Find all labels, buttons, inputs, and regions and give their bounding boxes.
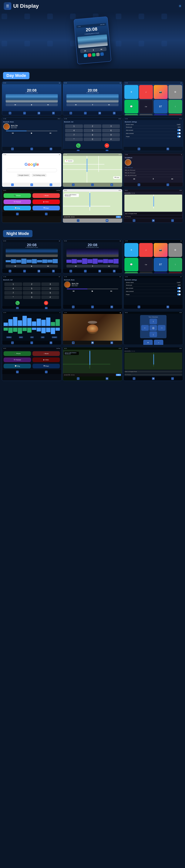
dial-2[interactable]: 2 bbox=[84, 124, 101, 128]
night-bt-next-btn[interactable]: ⏭ bbox=[110, 290, 112, 292]
night-dial-2[interactable]: 2 bbox=[23, 282, 41, 286]
night-go-button[interactable]: GO bbox=[116, 374, 121, 376]
auto-answer-toggle[interactable] bbox=[177, 129, 181, 131]
dial-3[interactable]: 3 bbox=[102, 124, 120, 128]
settings-app-icon[interactable]: ⚙ bbox=[168, 85, 182, 99]
day-google-screen[interactable]: 17:48●● Google Google Search I'm Feeling… bbox=[2, 153, 61, 187]
local-music-item-1[interactable]: 华乐_0392.mp3 bbox=[125, 166, 182, 169]
camera-capture-icon[interactable]: ⚫ bbox=[72, 341, 75, 344]
night-nav-screen-1[interactable]: 18:03GPS Sunny Coffee Modern Restaurant … bbox=[63, 347, 122, 381]
photo-app-icon[interactable]: 📷 bbox=[154, 85, 168, 99]
local-next-btn[interactable]: ⏭ bbox=[171, 178, 173, 180]
bt-play-btn[interactable]: ▶ bbox=[31, 132, 32, 134]
day-map-screen[interactable]: 17:48GPS 📍 Current 🏁 Dest + - ◎ bbox=[63, 153, 122, 187]
nav-zoom-in-btn[interactable]: + bbox=[143, 340, 153, 345]
day-nav-screen-2[interactable]: 18:03GPS 10:19 ETA 9.0 mi Start on Dongj… bbox=[124, 189, 183, 223]
night-music-screen-1[interactable]: 20:08●● 20:08 A relaxing piece of music bbox=[2, 240, 61, 273]
go-button[interactable]: GO bbox=[116, 216, 121, 218]
power-toggle[interactable] bbox=[177, 135, 181, 137]
night-carplay-phone-btn[interactable]: 📞 Phone bbox=[4, 351, 31, 356]
eq-preset-5[interactable]: CLASSIC bbox=[52, 336, 57, 338]
eq-preset-2[interactable]: ROCK bbox=[19, 336, 23, 338]
google-feeling-lucky-btn[interactable]: I'm Feeling Lucky bbox=[32, 174, 47, 177]
eq-preset-1[interactable]: NORMAL bbox=[6, 336, 12, 338]
nav-zoom-out-btn[interactable]: - bbox=[154, 340, 163, 345]
dial-9[interactable]: 9 bbox=[102, 133, 120, 137]
night-dial-7[interactable]: 7 bbox=[4, 291, 22, 295]
night-settings-icon[interactable]: ⚙ bbox=[168, 243, 182, 257]
night-dial-6[interactable]: 6 bbox=[41, 287, 59, 290]
misc-app-icon-2[interactable]: ☁ bbox=[154, 114, 168, 115]
night-phone-icon[interactable]: 📞 bbox=[125, 272, 138, 273]
night-app-grid-screen[interactable]: 17:48●● ✈ ♪ 📷 ⚙ 💬 Car BT ↑ 📞 ▶ ☁ ▷ ☎ ★ ♫… bbox=[124, 240, 183, 273]
dial-5[interactable]: 5 bbox=[84, 129, 101, 132]
night-carplay-messages-btn[interactable]: 💬 Msg bbox=[4, 364, 31, 368]
day-music-screen-2[interactable]: 20:08●● 20:08 A relaxing piece of music … bbox=[63, 82, 122, 115]
bt-prev-btn[interactable]: ⏮ bbox=[12, 132, 14, 134]
local-prev-btn[interactable]: ⏮ bbox=[133, 178, 135, 180]
night-telegram-icon[interactable]: ✈ bbox=[125, 243, 138, 257]
map-zoom-in[interactable]: + bbox=[72, 183, 75, 186]
nav-up-btn[interactable]: ↑ bbox=[150, 319, 157, 324]
night-carplay-maps-btn[interactable]: 🗺 Maps bbox=[32, 364, 60, 368]
night-power-toggle[interactable] bbox=[177, 293, 181, 296]
carplay-messages-btn[interactable]: 💬 Msg bbox=[4, 206, 31, 210]
day-nav-screen-1[interactable]: 18:03GPS Sunny Coffee Modern Restaurant … bbox=[63, 189, 122, 223]
day-bluetooth-settings-screen[interactable]: 17:48BT ● Bluetooth_Settings Device name… bbox=[124, 117, 183, 151]
carplay-phone-btn[interactable]: 📞 Phone bbox=[4, 193, 31, 198]
eq-preset-3[interactable]: POP bbox=[30, 336, 34, 338]
night-carplay-video-btn[interactable]: ▶ Video bbox=[32, 358, 60, 362]
local-music-item-3[interactable]: 华乐_99_TITLE.mp3 bbox=[125, 172, 182, 175]
carplay-app-icon[interactable]: Car bbox=[139, 100, 153, 114]
nav-right-btn[interactable]: → bbox=[158, 325, 165, 331]
map-zoom-out[interactable]: - bbox=[91, 183, 94, 186]
local-music-item-4[interactable]: 华乐_ZW_9TITLE.mp3 bbox=[125, 175, 182, 177]
night-nav-arrows-screen[interactable]: 18:03GPS Turn Direction ↑ ← ◎ → ↓ bbox=[124, 311, 183, 345]
night-dial-hash[interactable]: # bbox=[41, 296, 59, 299]
end-call-btn[interactable]: ✕ bbox=[105, 143, 109, 148]
nav-left-btn[interactable]: ← bbox=[141, 325, 149, 331]
night-music-icon[interactable]: ♪ bbox=[139, 243, 153, 257]
local-music-item-2[interactable]: 华乐_35_TITLE.mp3 bbox=[125, 169, 182, 172]
dial-6[interactable]: 6 bbox=[102, 129, 120, 132]
night-dial-3[interactable]: 3 bbox=[41, 282, 59, 286]
night-bt-settings-screen[interactable]: 17:48BT Bluetooth_Settings Device name C… bbox=[124, 275, 183, 309]
misc-app-icon-1[interactable]: ▶ bbox=[139, 114, 153, 115]
eq-preset-4[interactable]: JAZZ bbox=[41, 336, 45, 338]
night-carplay-icon[interactable]: Car bbox=[139, 258, 153, 272]
phone-app-icon[interactable]: 📞 bbox=[125, 114, 138, 115]
night-navi-icon[interactable]: ↑ bbox=[168, 258, 182, 272]
telegram-app-icon[interactable]: ✈ bbox=[125, 85, 138, 99]
navigation-app-icon[interactable]: ↑ bbox=[168, 100, 182, 114]
carplay-maps-btn[interactable]: 🗺 Maps bbox=[32, 206, 60, 210]
dial-0[interactable]: 0 bbox=[84, 137, 101, 141]
camera-gallery-icon[interactable]: 🖼 bbox=[110, 341, 113, 344]
night-dial-8[interactable]: 8 bbox=[23, 291, 41, 295]
night-call-btn[interactable]: 📞 bbox=[16, 301, 20, 305]
dial-hash[interactable]: # bbox=[102, 137, 120, 141]
night-wechat-icon[interactable]: 💬 bbox=[125, 258, 138, 272]
night-auto-answer-toggle[interactable] bbox=[177, 287, 181, 289]
night-equalizer-screen[interactable]: 11:54● bbox=[2, 311, 61, 345]
night-carplay-music-btn[interactable]: ♪ Music bbox=[32, 351, 60, 356]
night-dial-star[interactable]: * bbox=[4, 296, 22, 299]
day-music-screen-1[interactable]: 20:08●● 20:08 A relaxing piece of music … bbox=[2, 82, 61, 115]
wechat-app-icon[interactable]: 💬 bbox=[125, 100, 138, 114]
night-auto-connect-toggle[interactable] bbox=[177, 290, 181, 292]
auto-connect-toggle[interactable] bbox=[177, 132, 181, 134]
hamburger-icon[interactable]: ≡ bbox=[179, 4, 181, 8]
map-recenter[interactable]: ◎ bbox=[110, 183, 113, 186]
dial-7[interactable]: 7 bbox=[65, 133, 83, 137]
night-food-photo-screen[interactable]: 11:54📷 ⚫ 🔄 🖼 bbox=[63, 311, 122, 345]
night-carplay-screen[interactable]: 18:44CarPlay 📞 Phone ♪ Music 🎙 Podcast ▶… bbox=[2, 347, 61, 381]
dial-star[interactable]: * bbox=[65, 137, 83, 141]
camera-flip-icon[interactable]: 🔄 bbox=[91, 341, 94, 344]
night-end-call-btn[interactable]: ✕ bbox=[44, 301, 48, 305]
carplay-netflix-btn[interactable]: ▶ Video bbox=[32, 199, 60, 204]
dial-4[interactable]: 4 bbox=[65, 129, 83, 132]
nav-down-btn[interactable]: ↓ bbox=[150, 332, 157, 337]
day-local-music-screen[interactable]: 17:48● SocialMusic 华乐_0392.mp3 华乐_35_TIT… bbox=[124, 153, 183, 187]
night-misc-icon-1[interactable]: ▶ bbox=[139, 272, 153, 273]
carplay-music-btn[interactable]: ♪ Music bbox=[32, 193, 60, 198]
night-carplay-podcast-btn[interactable]: 🎙 Podcast bbox=[4, 358, 31, 362]
